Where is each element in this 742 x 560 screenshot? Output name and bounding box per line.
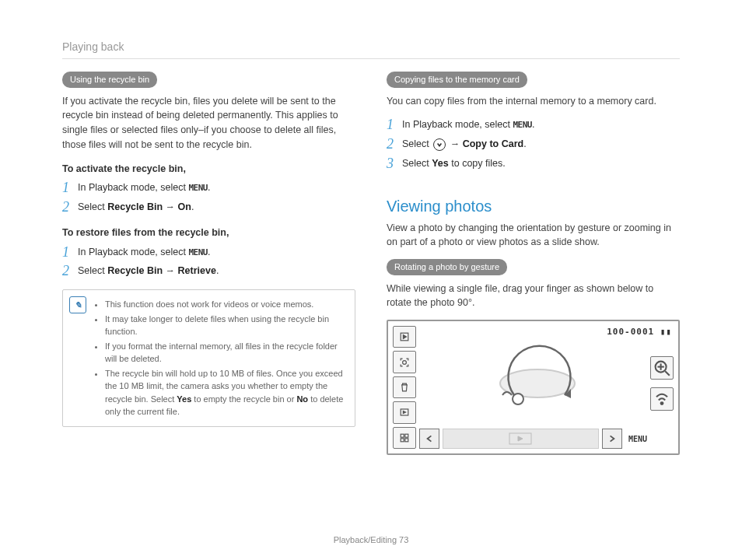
- menu-icon: MENU: [188, 247, 208, 257]
- rotate-gesture-icon: [443, 337, 632, 422]
- note-item: The recycle bin will hold up to 10 MB of…: [105, 367, 347, 418]
- prev-arrow-icon: [419, 429, 439, 449]
- svg-marker-4: [403, 411, 405, 414]
- zoom-in-icon: [650, 356, 674, 380]
- right-column: Copying files to the memory card You can…: [387, 72, 680, 455]
- svg-rect-5: [401, 434, 404, 437]
- svg-point-13: [661, 402, 663, 404]
- note-item: If you format the internal memory, all f…: [105, 340, 347, 366]
- pill-recycle-bin: Using the recycle bin: [62, 72, 157, 88]
- subhead-activate: To activate the recycle bin,: [62, 162, 355, 177]
- svg-point-16: [513, 394, 523, 404]
- menu-icon: MENU: [513, 120, 532, 130]
- heading-viewing-photos: Viewing photos: [387, 194, 680, 218]
- pill-rotating: Rotating a photo by gesture: [387, 259, 507, 275]
- play-icon: [393, 326, 416, 348]
- camera-screen-illustration: 100-0001 ▮▮: [387, 320, 680, 455]
- down-chevron-icon: [433, 138, 446, 151]
- focus-icon: [393, 351, 416, 373]
- slideshow-icon: [393, 401, 416, 423]
- page-footer: Playback/Editing 73: [0, 534, 742, 547]
- battery-icon: ▮▮: [660, 327, 672, 337]
- recycle-intro: If you activate the recycle bin, files y…: [62, 94, 355, 152]
- svg-line-10: [665, 371, 670, 376]
- step: 2Select Recycle Bin → Retrieve.: [62, 264, 355, 278]
- rotating-desc: While viewing a single file, drag your f…: [387, 282, 680, 311]
- note-item: It may take longer to delete files when …: [105, 313, 347, 338]
- note-item: This function does not work for videos o…: [105, 298, 347, 311]
- step: 1In Playback mode, select MENU.: [62, 245, 355, 260]
- step: 1In Playback mode, select MENU.: [62, 180, 355, 195]
- image-counter: 100-0001: [607, 327, 654, 337]
- svg-rect-8: [405, 439, 408, 442]
- svg-point-14: [500, 369, 575, 397]
- menu-icon: MENU: [628, 433, 647, 445]
- grid-icon: [393, 427, 416, 449]
- copy-intro: You can copy files from the internal mem…: [387, 94, 680, 109]
- viewing-desc: View a photo by changing the orientation…: [387, 221, 680, 250]
- wireless-icon: [650, 387, 674, 411]
- svg-marker-1: [403, 335, 406, 339]
- subhead-restore: To restore files from the recycle bin,: [62, 226, 355, 240]
- menu-icon: MENU: [188, 183, 208, 193]
- step: 3Select Yes to copy files.: [387, 156, 680, 171]
- section-header: Playing back: [62, 39, 680, 59]
- thumbnail-strip: [443, 429, 599, 449]
- svg-rect-6: [405, 434, 408, 437]
- pill-copy-card: Copying files to the memory card: [387, 72, 527, 88]
- step: 2Select → Copy to Card.: [387, 137, 680, 152]
- left-column: Using the recycle bin If you activate th…: [62, 72, 355, 455]
- trash-icon: [393, 376, 416, 398]
- step: 2Select Recycle Bin → On.: [62, 200, 355, 215]
- next-arrow-icon: [602, 429, 622, 449]
- svg-rect-7: [401, 439, 404, 442]
- note-box: ✎ This function does not work for videos…: [62, 289, 355, 427]
- note-icon: ✎: [69, 296, 86, 313]
- step: 1In Playback mode, select MENU.: [387, 117, 680, 132]
- svg-marker-18: [518, 436, 523, 441]
- svg-point-2: [403, 360, 407, 364]
